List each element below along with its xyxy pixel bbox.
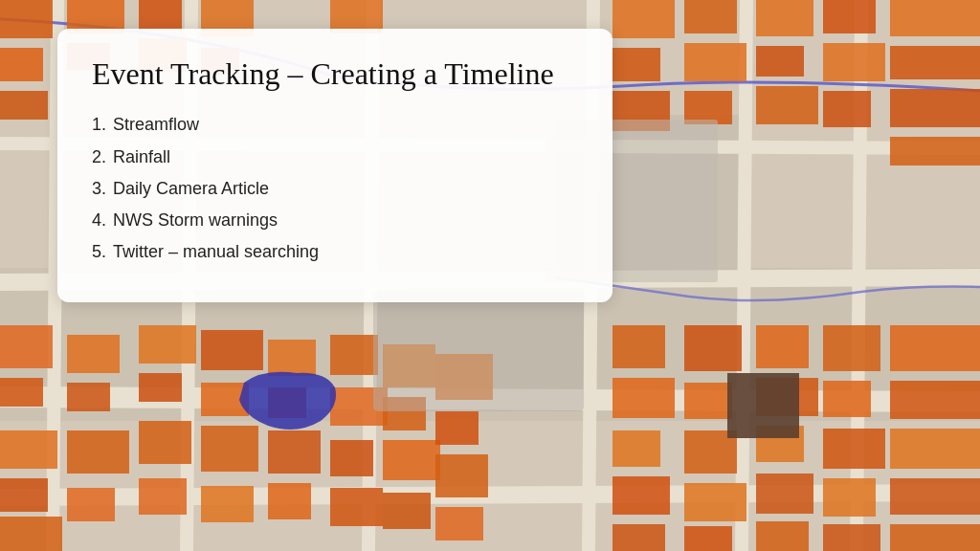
svg-rect-81 (823, 43, 885, 81)
list-text: Rainfall (113, 147, 170, 166)
svg-rect-82 (823, 91, 871, 127)
svg-rect-24 (67, 383, 110, 411)
svg-rect-62 (612, 476, 670, 515)
svg-rect-79 (756, 521, 809, 551)
svg-rect-90 (890, 89, 980, 127)
svg-rect-91 (890, 137, 980, 165)
svg-rect-14 (0, 48, 43, 81)
svg-rect-26 (67, 488, 115, 521)
svg-rect-13 (0, 0, 53, 38)
svg-rect-78 (756, 474, 813, 514)
svg-rect-20 (0, 517, 62, 551)
svg-rect-42 (268, 483, 311, 519)
svg-rect-29 (139, 325, 196, 364)
svg-rect-64 (684, 0, 737, 33)
svg-rect-18 (0, 430, 57, 469)
svg-rect-96 (890, 524, 980, 551)
svg-rect-56 (612, 0, 675, 38)
svg-rect-51 (383, 493, 431, 529)
svg-rect-15 (0, 91, 48, 120)
list-num: 1. (92, 113, 113, 137)
svg-rect-50 (383, 440, 440, 480)
list-num: 4. (92, 209, 113, 232)
svg-rect-55 (435, 507, 483, 540)
svg-rect-23 (67, 335, 120, 373)
list-item-1: 1.Streamflow (92, 113, 578, 137)
svg-rect-93 (890, 381, 980, 419)
svg-rect-31 (139, 421, 191, 464)
svg-rect-63 (612, 524, 665, 551)
svg-rect-59 (612, 325, 665, 368)
svg-rect-80 (823, 0, 876, 33)
svg-rect-60 (612, 378, 675, 418)
svg-rect-47 (330, 488, 383, 526)
svg-rect-39 (268, 340, 316, 376)
svg-rect-35 (201, 330, 263, 370)
svg-rect-61 (612, 430, 660, 467)
svg-rect-83 (823, 325, 880, 371)
svg-rect-70 (684, 483, 746, 521)
svg-rect-65 (684, 43, 746, 81)
svg-rect-17 (0, 378, 43, 407)
svg-rect-25 (67, 430, 129, 474)
svg-rect-38 (201, 486, 254, 522)
svg-rect-75 (756, 325, 809, 368)
list-text: Twitter – manual searching (113, 242, 319, 261)
svg-rect-73 (756, 46, 804, 77)
svg-rect-57 (612, 48, 660, 81)
svg-rect-66 (684, 91, 732, 124)
svg-rect-27 (139, 0, 182, 29)
svg-rect-53 (435, 411, 479, 445)
list-num: 5. (92, 240, 113, 264)
svg-rect-54 (435, 454, 488, 497)
list-text: Streamflow (113, 115, 199, 134)
svg-rect-44 (330, 335, 378, 375)
slide-list: 1.Streamflow2.Rainfall3.Daily Camera Art… (92, 113, 578, 264)
svg-rect-87 (823, 524, 880, 551)
list-item-5: 5.Twitter – manual searching (92, 240, 578, 264)
svg-rect-95 (890, 478, 980, 515)
list-num: 2. (92, 145, 113, 169)
svg-rect-89 (890, 46, 980, 79)
list-item-2: 2.Rainfall (92, 145, 578, 169)
svg-rect-71 (684, 526, 732, 551)
svg-rect-67 (684, 325, 742, 371)
svg-rect-46 (330, 440, 373, 476)
svg-rect-88 (890, 0, 980, 36)
list-text: Daily Camera Article (113, 179, 269, 198)
svg-rect-37 (201, 426, 258, 472)
svg-rect-41 (268, 430, 321, 474)
list-item-3: 3.Daily Camera Article (92, 177, 578, 201)
list-item-4: 4.NWS Storm warnings (92, 209, 578, 232)
svg-rect-85 (823, 429, 885, 469)
content-card: Event Tracking – Creating a Timeline 1.S… (57, 29, 612, 302)
svg-rect-32 (139, 478, 187, 515)
svg-rect-74 (756, 86, 818, 124)
list-text: NWS Storm warnings (113, 210, 278, 230)
svg-rect-97 (727, 373, 799, 438)
svg-rect-19 (0, 478, 48, 512)
slide-title: Event Tracking – Creating a Timeline (92, 55, 578, 92)
svg-rect-68 (684, 383, 732, 419)
svg-rect-72 (756, 0, 813, 36)
svg-rect-30 (139, 373, 182, 402)
svg-rect-84 (823, 381, 871, 417)
svg-rect-98 (373, 292, 584, 411)
svg-rect-16 (0, 325, 53, 368)
list-num: 3. (92, 177, 113, 201)
svg-rect-86 (823, 478, 876, 517)
svg-rect-94 (890, 429, 980, 469)
svg-rect-92 (890, 325, 980, 371)
